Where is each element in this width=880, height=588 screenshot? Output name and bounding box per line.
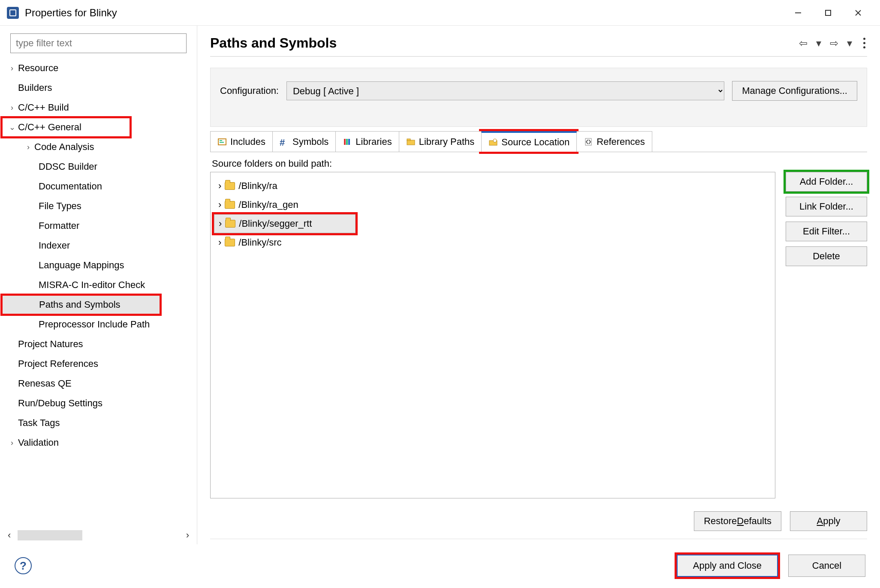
scroll-right-icon[interactable]: › (186, 530, 189, 541)
chevron-right-icon[interactable]: › (218, 199, 221, 210)
source-folder-item[interactable]: › /Blinky/ra_gen (214, 195, 772, 214)
source-folder-list[interactable]: › /Blinky/ra › /Blinky/ra_gen › /Blinky/… (210, 172, 775, 498)
close-button[interactable] (843, 4, 873, 21)
filter-input[interactable] (10, 33, 187, 53)
nav-forward-icon[interactable]: ⇨ (828, 36, 840, 51)
tree-label: Language Mappings (39, 260, 124, 271)
scroll-left-icon[interactable]: ‹ (8, 530, 11, 541)
tab-includes[interactable]: Includes (210, 131, 273, 152)
tree-item-paths-and-symbols[interactable]: Paths and Symbols (2, 295, 160, 315)
folder-icon (225, 239, 235, 246)
tree-label: Preprocessor Include Path (39, 319, 150, 330)
tree-item-language-mappings[interactable]: Language Mappings (2, 255, 196, 275)
app-icon (7, 7, 19, 19)
link-folder-button[interactable]: Link Folder... (786, 197, 867, 216)
kebab-menu-icon[interactable] (862, 36, 867, 50)
tree-item-task-tags[interactable]: ›Task Tags (2, 413, 196, 433)
nav-back-menu-icon[interactable]: ▾ (814, 36, 823, 51)
apply-button[interactable]: Apply (790, 511, 867, 531)
tree-item-project-references[interactable]: ›Project References (2, 354, 196, 374)
tree-label: File Types (39, 201, 81, 212)
tree-item-renesas-qe[interactable]: ›Renesas QE (2, 374, 196, 393)
tree-item-c-build[interactable]: ›C/C++ Build (2, 98, 196, 117)
tab-source-location[interactable]: Source Location (481, 131, 577, 152)
folder-icon (225, 220, 235, 228)
source-folder-item[interactable]: › /Blinky/src (214, 233, 772, 252)
source-folder-icon (488, 138, 498, 147)
tab-label: Libraries (356, 136, 392, 147)
chevron-right-icon[interactable]: › (218, 237, 221, 248)
manage-configurations-button[interactable]: Manage Configurations... (732, 81, 857, 101)
sidebar: ›Resource ›Builders ›C/C++ Build ⌄C/C++ … (0, 26, 197, 544)
tree-label: Code Analysis (34, 141, 94, 153)
maximize-button[interactable] (813, 4, 843, 21)
cancel-button[interactable]: Cancel (788, 555, 865, 577)
tree-item-run-debug[interactable]: ›Run/Debug Settings (2, 393, 196, 413)
source-folders-label: Source folders on build path: (212, 158, 867, 169)
configuration-select[interactable]: Debug [ Active ] (286, 81, 724, 100)
tab-label: Includes (230, 136, 265, 147)
tree-item-preprocessor-include[interactable]: Preprocessor Include Path (2, 315, 196, 334)
source-folder-item[interactable]: › /Blinky/ra (214, 177, 772, 195)
bottom-buttons-1: Restore Defaults Apply (210, 511, 867, 539)
folder-path-icon (406, 137, 416, 147)
folder-icon (225, 182, 235, 190)
folder-icon (225, 201, 235, 209)
tab-references[interactable]: References (576, 131, 652, 152)
tree-item-builders[interactable]: ›Builders (2, 78, 196, 98)
tree-item-c-general[interactable]: ⌄C/C++ General (2, 117, 130, 137)
tree-label: Indexer (39, 240, 70, 251)
tab-libraries[interactable]: Libraries (335, 131, 399, 152)
add-folder-button[interactable]: Add Folder... (786, 172, 867, 192)
tree-item-indexer[interactable]: Indexer (2, 236, 196, 255)
tree-label: Validation (18, 437, 59, 448)
tab-library-paths[interactable]: Library Paths (399, 131, 482, 152)
configuration-row: Configuration: Debug [ Active ] Manage C… (210, 68, 867, 127)
delete-button[interactable]: Delete (786, 246, 867, 266)
tree-item-misra[interactable]: MISRA-C In-editor Check (2, 275, 196, 295)
tree-item-ddsc[interactable]: DDSC Builder (2, 157, 196, 177)
source-folder-path: /Blinky/src (238, 237, 281, 248)
source-buttons: Add Folder... Link Folder... Edit Filter… (786, 172, 867, 498)
nav-forward-menu-icon[interactable]: ▾ (845, 36, 854, 51)
tab-label: References (597, 136, 645, 147)
svg-rect-9 (407, 139, 410, 141)
tree-label: Builders (18, 82, 52, 93)
svg-point-11 (493, 139, 497, 142)
properties-tree: ›Resource ›Builders ›C/C++ Build ⌄C/C++ … (0, 57, 197, 528)
tree-item-project-natures[interactable]: ›Project Natures (2, 334, 196, 354)
tree-label: DDSC Builder (39, 161, 97, 172)
svg-rect-1 (826, 10, 831, 15)
tree-label: Documentation (39, 181, 102, 192)
footer: ? Apply and Close Cancel (0, 544, 880, 587)
tree-item-documentation[interactable]: Documentation (2, 177, 196, 196)
title-bar: Properties for Blinky (0, 0, 880, 26)
tree-item-code-analysis[interactable]: ›Code Analysis (2, 137, 196, 157)
tree-label: Formatter (39, 220, 79, 231)
tree-label: Renesas QE (18, 378, 72, 389)
tab-symbols[interactable]: # Symbols (272, 131, 336, 152)
tree-label: C/C++ Build (18, 102, 69, 113)
header-nav: ⇦ ▾ ⇨ ▾ (797, 36, 867, 51)
tree-label: Resource (18, 63, 58, 74)
restore-defaults-button[interactable]: Restore Defaults (694, 511, 781, 531)
tree-scrollbar[interactable]: ‹ › (0, 528, 197, 544)
tree-label: Paths and Symbols (39, 299, 121, 310)
nav-back-icon[interactable]: ⇦ (797, 36, 809, 51)
minimize-button[interactable] (783, 4, 813, 21)
help-icon[interactable]: ? (15, 557, 32, 574)
chevron-right-icon[interactable]: › (218, 180, 221, 192)
tree-item-validation[interactable]: ›Validation (2, 433, 196, 453)
edit-filter-button[interactable]: Edit Filter... (786, 222, 867, 241)
tree-item-resource[interactable]: ›Resource (2, 58, 196, 78)
tree-item-formatter[interactable]: Formatter (2, 216, 196, 236)
tree-label: Task Tags (18, 417, 60, 429)
source-folder-item[interactable]: › /Blinky/segger_rtt (214, 214, 356, 233)
page-title: Paths and Symbols (210, 35, 797, 51)
tree-item-file-types[interactable]: File Types (2, 196, 196, 216)
svg-rect-8 (407, 140, 415, 145)
chevron-right-icon[interactable]: › (219, 218, 222, 229)
refs-icon (584, 137, 593, 147)
svg-rect-6 (346, 139, 348, 145)
apply-and-close-button[interactable]: Apply and Close (677, 555, 778, 577)
